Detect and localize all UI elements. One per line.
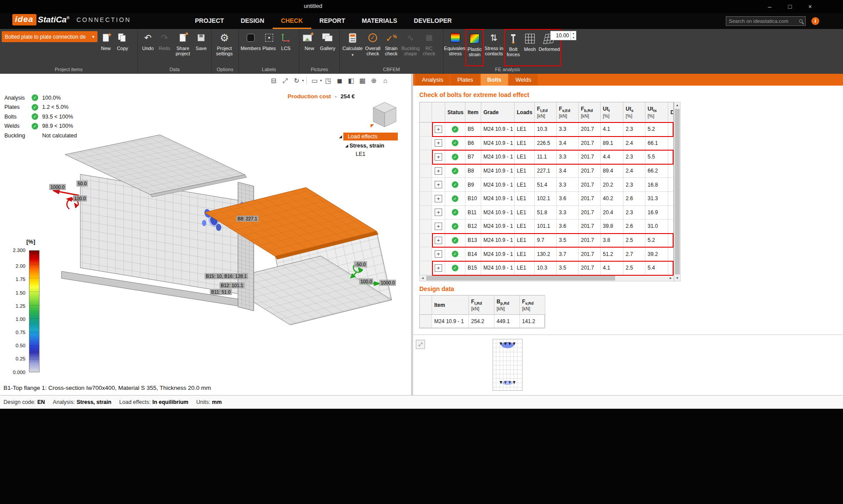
close-button[interactable]: × bbox=[800, 0, 820, 13]
results-tab-plates[interactable]: Plates bbox=[450, 74, 479, 86]
scrollbar-thumb[interactable] bbox=[675, 109, 680, 274]
new-picture-button[interactable]: + New bbox=[301, 29, 318, 66]
expand-row-button[interactable]: + bbox=[435, 139, 442, 147]
rc-check-button[interactable]: ▩ RC check bbox=[421, 29, 437, 66]
menu-tab-check[interactable]: CHECK bbox=[273, 13, 311, 29]
spinner-down-icon[interactable]: ▾ bbox=[571, 36, 576, 40]
3d-viewport[interactable]: ⊟ ⤢ ↻ ▾ ▭ ▾ ◳ ◼ ◧ ▦ ⊕ ⌂ Analysis✓100.0%P… bbox=[0, 74, 411, 395]
stress-in-contacts-button[interactable]: ⇅ Stress in contacts bbox=[484, 29, 504, 66]
minimize-button[interactable]: – bbox=[760, 0, 780, 13]
expand-thumbnail-button[interactable]: ⤢ bbox=[416, 340, 425, 349]
scroll-right-icon[interactable]: ▸ bbox=[668, 275, 674, 281]
scrollbar-thumb[interactable] bbox=[426, 276, 615, 281]
cell-ft_ed: 10.3 bbox=[535, 261, 557, 275]
menu-tab-design[interactable]: DESIGN bbox=[232, 13, 273, 29]
save-button[interactable]: Save bbox=[193, 29, 209, 66]
scroll-up-icon[interactable]: ▴ bbox=[674, 102, 680, 108]
chevron-down-icon[interactable]: ▾ bbox=[302, 79, 304, 83]
menu-tab-project[interactable]: PROJECT bbox=[187, 13, 232, 29]
statica-logo-text: StatiCa® bbox=[38, 15, 69, 25]
row-gutter bbox=[420, 150, 432, 164]
shaded-view-icon[interactable]: ◧ bbox=[346, 76, 356, 86]
menu-tabs: PROJECTDESIGNCHECKREPORTMATERIALSDEVELOP… bbox=[187, 13, 460, 29]
check-icon: ✓ bbox=[32, 123, 38, 130]
redo-button[interactable]: ↷ Redo bbox=[156, 29, 173, 66]
row-gutter bbox=[420, 206, 432, 220]
plastic-strain-button[interactable]: Plastic strain bbox=[465, 29, 484, 66]
home-view-icon[interactable]: ⌂ bbox=[380, 76, 390, 86]
status-label: Bolts bbox=[4, 114, 32, 120]
equivalent-stress-button[interactable]: Equivalent stress bbox=[445, 29, 465, 66]
strain-check-button[interactable]: ✓% Strain check bbox=[382, 29, 400, 66]
results-tab-welds[interactable]: Welds bbox=[509, 74, 538, 86]
rotate-view-icon[interactable]: ↻ bbox=[292, 76, 302, 86]
transparent-view-icon[interactable]: ▦ bbox=[357, 76, 367, 86]
expand-row-button[interactable]: + bbox=[435, 237, 442, 244]
legend-color-bar bbox=[29, 250, 40, 372]
menu-tab-materials[interactable]: MATERIALS bbox=[353, 13, 406, 29]
share-project-button[interactable]: ↗ Share project bbox=[173, 29, 193, 66]
scale-value: 10.00 bbox=[551, 32, 570, 39]
new-project-item-button[interactable]: + New bbox=[97, 29, 114, 66]
members-labels-button[interactable]: Members bbox=[241, 29, 261, 66]
results-tab-analysis[interactable]: Analysis bbox=[415, 74, 450, 86]
mesh-button[interactable]: Mesh bbox=[522, 30, 538, 65]
menu-tab-developer[interactable]: DEVELOPER bbox=[406, 13, 460, 29]
pan-view-icon[interactable]: ⊕ bbox=[369, 76, 379, 86]
bolt-forces-button[interactable]: Bolt forces bbox=[505, 30, 522, 65]
deformed-scale-spinner[interactable]: 10.00 ▴▾ bbox=[550, 31, 576, 40]
cell-fb_rd: 201.7 bbox=[579, 137, 601, 151]
expander-icon[interactable]: ◢ bbox=[345, 144, 348, 148]
scroll-left-icon[interactable]: ◂ bbox=[420, 275, 425, 281]
project-item-selector[interactable]: Bolted plate to plate connection de ▾ bbox=[2, 31, 97, 42]
project-settings-button[interactable]: ⚙ Project settings bbox=[213, 29, 235, 66]
buckling-shape-button[interactable]: ∿ Buckling shape bbox=[400, 29, 421, 66]
expand-row-button[interactable]: + bbox=[435, 195, 442, 202]
results-tab-bolts[interactable]: Bolts bbox=[481, 74, 508, 86]
gallery-button[interactable]: Gallery bbox=[318, 29, 338, 66]
zoom-fit-icon[interactable]: ⤢ bbox=[280, 76, 290, 86]
expand-row-button[interactable]: + bbox=[435, 167, 442, 175]
expand-row-button[interactable]: + bbox=[435, 181, 442, 188]
expander-icon[interactable]: ◢ bbox=[339, 134, 342, 139]
search-input[interactable] bbox=[729, 18, 799, 24]
scroll-down-icon[interactable]: ▾ bbox=[674, 275, 680, 281]
horizontal-scrollbar[interactable]: ◂ ▸ bbox=[419, 275, 674, 281]
cell-grade: M24 10.9 - 1 bbox=[481, 150, 515, 164]
legend-tick: 2.00 bbox=[16, 263, 25, 269]
tree-item-stress-strain[interactable]: ◢ Stress, strain bbox=[345, 143, 398, 149]
cell-fv_ed: 3.5 bbox=[557, 234, 579, 248]
search-box[interactable] bbox=[726, 16, 806, 26]
chevron-down-icon[interactable]: ▾ bbox=[320, 79, 322, 83]
undo-button[interactable]: ↶ Undo bbox=[140, 29, 156, 66]
tree-item-le1[interactable]: LE1 bbox=[356, 151, 398, 157]
help-icon[interactable]: i bbox=[811, 17, 819, 25]
result-thumbnail[interactable] bbox=[493, 339, 522, 391]
measure-tool-icon[interactable]: ⊟ bbox=[269, 76, 279, 86]
status-ok-icon: ✓ bbox=[452, 251, 458, 257]
wireframe-view-icon[interactable]: ◳ bbox=[323, 76, 333, 86]
expand-row-button[interactable]: + bbox=[435, 126, 442, 133]
spinner-up-icon[interactable]: ▴ bbox=[571, 31, 576, 36]
expand-row-button[interactable]: + bbox=[435, 250, 442, 258]
calculate-button[interactable]: Calculate ▾ bbox=[342, 29, 364, 66]
expand-row-button[interactable]: + bbox=[435, 153, 442, 161]
navigation-cube[interactable] bbox=[367, 98, 400, 131]
column-header: Utts[%] bbox=[645, 102, 668, 122]
expand-row-button[interactable]: + bbox=[435, 223, 442, 230]
solid-view-icon[interactable]: ◼ bbox=[335, 76, 345, 86]
plates-labels-button[interactable]: Plates bbox=[261, 29, 277, 66]
maximize-button[interactable]: □ bbox=[780, 0, 800, 13]
overall-check-button[interactable]: ✓ Overall check bbox=[364, 29, 382, 66]
status-ok-icon: ✓ bbox=[452, 140, 458, 146]
expand-row-button[interactable]: + bbox=[435, 264, 442, 272]
cell-ut_s: 2.7 bbox=[623, 247, 645, 261]
menu-tab-report[interactable]: REPORT bbox=[311, 13, 353, 29]
copy-button[interactable]: Copy bbox=[114, 29, 131, 66]
clipping-box-icon[interactable]: ▭ bbox=[310, 76, 320, 86]
expand-row-button[interactable]: + bbox=[435, 209, 442, 216]
tree-item-load-effects[interactable]: ◢ Load effects bbox=[339, 133, 398, 140]
vertical-scrollbar[interactable]: ▴ ▾ bbox=[674, 102, 681, 281]
lcs-labels-button[interactable]: LCS bbox=[277, 29, 294, 66]
load-label-100-right: 100.0 bbox=[359, 278, 373, 284]
